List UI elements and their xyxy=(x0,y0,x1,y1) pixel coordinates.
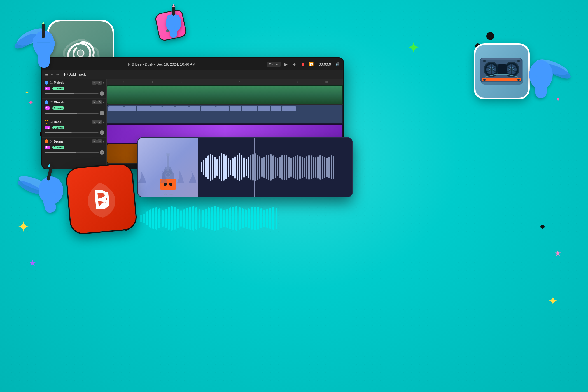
yellow-star-3: ✦ xyxy=(548,294,558,308)
chord-block xyxy=(271,106,281,111)
waveform-bar-27 xyxy=(261,158,263,177)
bottom-waveform xyxy=(137,206,353,231)
waveform-bar-54 xyxy=(322,156,323,179)
deco-circle-2 xyxy=(486,32,494,40)
waveform-bar-21 xyxy=(248,157,249,178)
pan-knob-drums[interactable]: L R xyxy=(100,150,104,155)
track-item-drums: 04 Drums ⋮ M S ▾ Fx Custom xyxy=(42,138,106,157)
hand-bottom-left xyxy=(15,155,79,220)
svg-rect-7 xyxy=(33,37,37,48)
track-custom-drums[interactable]: Custom xyxy=(52,146,65,149)
track-expand-melody[interactable]: ▾ xyxy=(103,81,104,84)
volume-slider-drums[interactable] xyxy=(45,152,99,153)
loop-button[interactable]: 🔁 xyxy=(308,61,314,67)
track-name-chords: Chords xyxy=(54,101,87,104)
track-solo-melody[interactable]: S xyxy=(97,81,102,85)
waveform-bar-36 xyxy=(281,155,283,180)
track-fx-drums[interactable]: Fx xyxy=(45,146,50,149)
waveform-bar-0 xyxy=(201,162,202,172)
track-fx-melody[interactable]: Fx xyxy=(45,87,50,90)
track-custom-chords[interactable]: Custom xyxy=(52,106,65,110)
bottom-wave-bar-17 xyxy=(192,206,194,231)
waveform-bar-51 xyxy=(315,157,316,178)
yellow-star-2: ✦ xyxy=(17,218,30,235)
track-mute-drums[interactable]: M xyxy=(92,139,97,143)
daw-toolbar: ☰ ↩ ↪ + + Add Track xyxy=(42,70,343,79)
waveform-bar-31 xyxy=(270,154,272,181)
bottom-wave-bar-13 xyxy=(180,210,182,227)
svg-rect-50 xyxy=(537,62,542,78)
track-num-4: 04 xyxy=(50,140,53,143)
waveform-bar-59 xyxy=(333,156,334,179)
waveform-bar-11 xyxy=(225,155,227,179)
green-star: ✦ xyxy=(407,39,420,57)
track-solo-chords[interactable]: S xyxy=(97,100,102,104)
waveform-bar-46 xyxy=(304,158,305,177)
waveform-bar-15 xyxy=(234,156,236,179)
track-options-melody[interactable]: ⋮ xyxy=(88,81,91,84)
bottom-wave-bar-40 xyxy=(263,210,265,227)
waveform-bar-23 xyxy=(252,154,254,181)
waveform-bar-24 xyxy=(255,153,256,181)
track-solo-drums[interactable]: S xyxy=(97,139,102,143)
bottom-wave-bar-11 xyxy=(174,207,176,230)
waveform-bar-1 xyxy=(203,160,204,175)
track-expand-drums[interactable]: ▾ xyxy=(103,140,104,143)
waveform-bar-13 xyxy=(230,160,231,175)
waveform-bar-44 xyxy=(299,156,301,179)
player-waveform xyxy=(198,138,352,197)
bottom-wave-bar-42 xyxy=(269,208,271,229)
track-mute-bass[interactable]: M xyxy=(92,120,97,124)
track-expand-bass[interactable]: ▾ xyxy=(103,120,104,123)
track-fx-bass[interactable]: Fx xyxy=(45,126,50,129)
play-button[interactable]: ▶ xyxy=(283,61,289,67)
waveform-bar-10 xyxy=(223,154,225,181)
skip-button[interactable]: ⏭ xyxy=(291,61,298,67)
ruler-4: 4 xyxy=(138,81,167,83)
track-num-2: 02 xyxy=(50,101,53,104)
pan-knob-melody[interactable]: L R xyxy=(100,91,104,96)
bottom-wave-bar-39 xyxy=(260,208,262,228)
bottom-wave-bar-26 xyxy=(220,208,222,228)
ruler-3: 3 xyxy=(109,81,138,83)
track-fx-chords[interactable]: Fx xyxy=(45,106,50,110)
playhead-line xyxy=(254,138,255,197)
track-options-drums[interactable]: ⋮ xyxy=(88,140,91,143)
bottom-wave-bar-12 xyxy=(177,209,179,228)
track-mute-chords[interactable]: M xyxy=(92,100,97,104)
pink-star-1: ✦ xyxy=(27,98,34,107)
waveform-bar-26 xyxy=(259,156,260,179)
pan-knob-chords[interactable]: L R xyxy=(100,111,104,115)
ruler-9: 9 xyxy=(283,81,312,83)
waveform-bar-58 xyxy=(331,155,332,179)
yellow-star-1: ✦ xyxy=(25,89,29,96)
track-expand-chords[interactable]: ▾ xyxy=(103,101,104,104)
track-custom-melody[interactable]: Custom xyxy=(52,87,65,90)
track-options-bass[interactable]: ⋮ xyxy=(88,120,91,123)
waveform-bar-6 xyxy=(214,157,216,178)
ruler-8: 8 xyxy=(254,81,283,83)
track-solo-bass[interactable]: S xyxy=(97,120,102,124)
pan-knob-bass[interactable]: L R xyxy=(100,130,104,135)
track-name-drums: Drums xyxy=(54,140,87,143)
waveform-bar-45 xyxy=(302,157,303,178)
volume-slider-melody[interactable] xyxy=(45,93,99,94)
bottom-wave-bar-31 xyxy=(235,206,237,231)
bottom-wave-bar-32 xyxy=(239,207,241,230)
track-item-bass: 03 Bass ⋮ M S ▾ Fx Custom xyxy=(42,118,106,138)
track-options-chords[interactable]: ⋮ xyxy=(88,101,91,104)
waveform-bar-42 xyxy=(295,156,296,179)
ruler-10: 10 xyxy=(312,81,341,83)
chord-block xyxy=(242,106,257,111)
waveform-bar-32 xyxy=(272,155,274,179)
track-custom-bass[interactable]: Custom xyxy=(52,126,65,129)
waveform-bar-56 xyxy=(326,158,328,177)
waveform-bar-20 xyxy=(246,159,247,176)
hand-top-left xyxy=(15,15,82,76)
track-mute-melody[interactable]: M xyxy=(92,81,97,85)
record-button[interactable]: ⏺ xyxy=(300,61,306,67)
bottom-wave-bar-41 xyxy=(266,209,268,228)
waveform-bar-5 xyxy=(212,155,213,180)
volume-slider-chords[interactable] xyxy=(45,113,99,114)
volume-slider-bass[interactable] xyxy=(45,132,99,133)
